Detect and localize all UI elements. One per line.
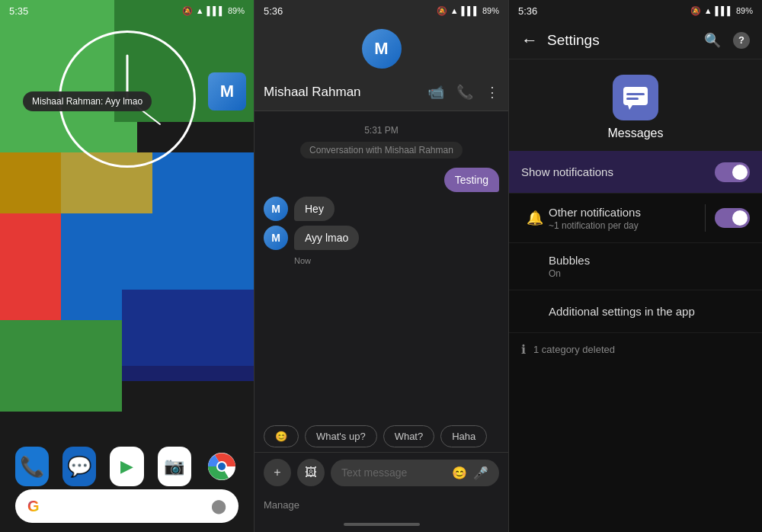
contact-avatar-top: M <box>255 21 508 73</box>
signal-icon-3: ▌▌▌ <box>716 6 733 15</box>
input-action-icons: 😊 🎤 <box>452 466 488 480</box>
message-input-field[interactable]: Text message 😊 🎤 <box>331 460 499 486</box>
other-notifications-item[interactable]: 🔔 Other notifications ~1 notification pe… <box>509 194 762 243</box>
messages-app-icon[interactable]: 💬 <box>62 447 96 486</box>
bubbles-item[interactable]: Bubbles On <box>509 243 762 290</box>
quick-reply-what[interactable]: What? <box>383 425 435 447</box>
manage-label: Manage <box>264 499 299 511</box>
play-icon: ▶ <box>120 457 133 476</box>
phone-app-icon[interactable]: 📞 <box>15 447 49 486</box>
image-attachment-button[interactable]: 🖼 <box>297 459 325 486</box>
settings-header: ← Settings 🔍 ? <box>509 21 762 59</box>
mute-icon: 🔕 <box>182 6 193 16</box>
status-bar-2: 5:36 🔕 ▲ ▌▌▌ 89% <box>255 0 508 21</box>
wifi-icon: ▲ <box>196 6 204 15</box>
messages-icon-symbol: 💬 <box>67 455 91 479</box>
received-message-2: M Ayy lmao <box>264 226 499 250</box>
received-text-1: Hey <box>294 197 335 221</box>
contact-avatar: M <box>208 72 246 111</box>
chat-messages: 5:31 PM Conversation with Mishaal Rahman… <box>255 111 508 421</box>
additional-settings-label: Additional settings in the app <box>549 305 750 318</box>
phone-call-icon[interactable]: 📞 <box>456 84 473 101</box>
svg-marker-15 <box>628 105 632 110</box>
settings-header-icons: 🔍 ? <box>704 32 750 49</box>
additional-settings-item[interactable]: Additional settings in the app <box>509 290 762 333</box>
status-bar: 5:35 🔕 ▲ ▌▌▌ 89% <box>0 0 254 21</box>
other-notifications-sublabel: ~1 notification per day <box>549 220 696 231</box>
settings-title: Settings <box>547 32 704 49</box>
home-screen-panel: 5:35 🔕 ▲ ▌▌▌ 89% Mishaal Rahman: Ayy lma… <box>0 0 254 532</box>
camera-icon: 📷 <box>164 457 184 476</box>
show-notifications-label: Show notifications <box>521 165 715 178</box>
quick-reply-emoji[interactable]: 😊 <box>264 425 299 447</box>
show-notifications-item[interactable]: Show notifications <box>509 151 762 194</box>
toggle-knob-other-notif <box>732 210 748 226</box>
svg-rect-8 <box>122 290 254 381</box>
chat-header: Mishaal Rahman 📹 📞 ⋮ <box>255 73 508 111</box>
mute-icon-3: 🔕 <box>690 6 701 16</box>
sender-avatar-1: M <box>264 197 288 221</box>
wifi-icon-3: ▲ <box>704 6 712 15</box>
settings-list: Show notifications 🔔 Other notifications… <box>509 151 762 532</box>
signal-icon: ▌▌▌ <box>207 6 225 15</box>
status-time-2: 5:36 <box>264 5 283 17</box>
battery-3: 89% <box>736 6 753 15</box>
svg-point-13 <box>218 463 226 470</box>
messages-chat-panel: 5:36 🔕 ▲ ▌▌▌ 89% M Mishaal Rahman 📹 📞 ⋮ … <box>254 0 508 532</box>
toggle-knob-show-notif <box>732 165 748 180</box>
search-button[interactable]: 🔍 <box>704 32 721 49</box>
quick-reply-haha[interactable]: Haha <box>440 425 487 447</box>
signal-icon-2: ▌▌▌ <box>462 6 479 15</box>
chrome-app-icon[interactable] <box>205 447 239 486</box>
status-time-3: 5:36 <box>518 5 537 17</box>
battery-2: 89% <box>482 6 499 15</box>
status-icons: 🔕 ▲ ▌▌▌ 89% <box>182 6 245 16</box>
info-icon: ℹ <box>521 342 526 357</box>
received-text-2: Ayy lmao <box>294 226 359 250</box>
google-assistant-icon: ⬤ <box>211 498 226 514</box>
message-timestamp: 5:31 PM <box>264 125 499 136</box>
messages-app-icon-settings <box>613 75 658 120</box>
bell-icon-col: 🔔 <box>521 210 549 226</box>
sent-message-bubble: Testing <box>444 168 499 192</box>
message-time: Now <box>294 256 499 265</box>
wifi-icon-2: ▲ <box>450 6 459 15</box>
received-message-1: M Hey <box>264 197 499 221</box>
svg-rect-16 <box>626 93 645 95</box>
add-attachment-button[interactable]: + <box>264 459 291 486</box>
bell-icon: 🔔 <box>527 210 543 226</box>
message-input-bar: + 🖼 Text message 😊 🎤 <box>255 452 508 492</box>
play-store-icon[interactable]: ▶ <box>110 447 143 486</box>
google-search-bar[interactable]: G ⬤ <box>15 489 239 523</box>
svg-rect-7 <box>0 320 122 412</box>
home-indicator <box>255 517 508 532</box>
toggle-divider <box>705 204 706 232</box>
settings-panel: 5:36 🔕 ▲ ▌▌▌ 89% ← Settings 🔍 ? Messages <box>508 0 762 532</box>
deleted-category-row: ℹ 1 category deleted <box>509 333 762 366</box>
manage-bar: Manage <box>255 492 508 517</box>
more-options-icon[interactable]: ⋮ <box>485 84 499 101</box>
other-notifications-label: Other notifications <box>549 206 696 219</box>
quick-reply-whats-up[interactable]: What's up? <box>305 425 377 447</box>
back-button[interactable]: ← <box>521 30 538 50</box>
camera-app-icon[interactable]: 📷 <box>158 447 191 486</box>
input-placeholder: Text message <box>341 466 407 479</box>
status-time: 5:35 <box>9 5 28 17</box>
app-icon-section: Messages <box>509 59 762 151</box>
video-call-icon[interactable]: 📹 <box>427 84 444 101</box>
deleted-label: 1 category deleted <box>533 344 615 355</box>
mute-icon-2: 🔕 <box>437 6 447 16</box>
google-logo: G <box>27 498 40 515</box>
notification-tooltip: Mishaal Rahman: Ayy lmao <box>23 91 152 111</box>
emoji-icon[interactable]: 😊 <box>452 466 467 480</box>
bubbles-label: Bubbles <box>549 254 750 267</box>
battery-icon: 89% <box>228 6 245 15</box>
voice-icon[interactable]: 🎤 <box>473 466 488 480</box>
messages-icon-svg <box>622 84 649 111</box>
show-notifications-toggle[interactable] <box>715 162 750 182</box>
status-icons-2: 🔕 ▲ ▌▌▌ 89% <box>437 6 499 16</box>
other-notifications-toggle[interactable] <box>715 208 750 228</box>
contact-avatar-circle: M <box>362 29 402 69</box>
app-dock: 📞 💬 ▶ 📷 <box>0 447 254 486</box>
help-button[interactable]: ? <box>733 32 750 49</box>
